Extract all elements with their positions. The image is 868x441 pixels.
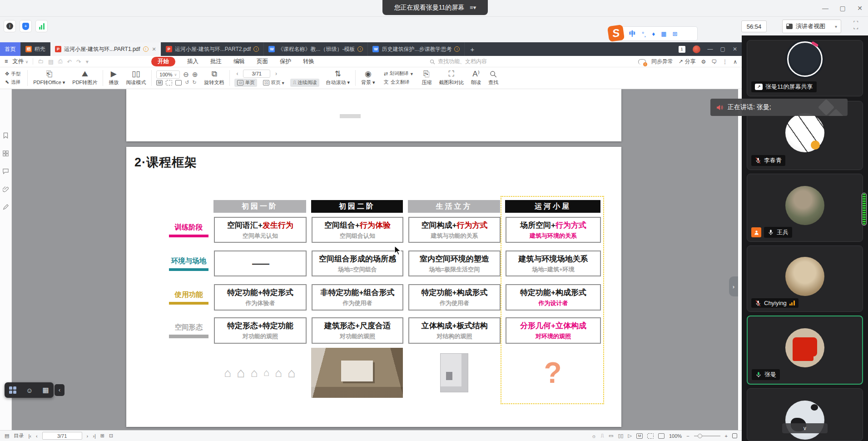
screenshot-compare-button[interactable]: ⛶截图和对比	[435, 67, 467, 89]
double-page-icon[interactable]: ▯▯	[618, 433, 623, 439]
comment-icon[interactable]	[3, 168, 9, 174]
grid-icon[interactable]: ⊞	[672, 30, 677, 37]
prev-page-button[interactable]: ‹	[36, 433, 38, 439]
read-mode-button[interactable]: ▯▯阅读模式	[122, 67, 149, 89]
collapse-ribbon-icon[interactable]: ∧	[733, 59, 737, 65]
voice-icon[interactable]: ♦	[652, 30, 655, 37]
close-button[interactable]: ✕	[856, 5, 863, 12]
undo-icon[interactable]: ↶	[67, 58, 72, 65]
last-page-button[interactable]: ›|	[93, 433, 96, 439]
file-menu[interactable]: 文件 ∨	[12, 58, 28, 65]
full-translate-button[interactable]: 文全文翻译	[382, 78, 416, 86]
document-area[interactable]: 2·课程框架 初园一阶 初园二阶 生活立方 运河小屋 训练阶段 空间语汇+发生行…	[12, 89, 738, 441]
prev-page-button[interactable]: ‹	[234, 70, 240, 77]
menu-start[interactable]: 开始	[151, 57, 175, 66]
rotate-doc-button[interactable]: ⧉旋转文档	[200, 67, 228, 89]
thumbnail-icon[interactable]	[3, 150, 9, 156]
zoom-select[interactable]: 100% ∨	[156, 70, 180, 79]
sidebar-scrollbar[interactable]	[862, 193, 867, 226]
menu-insert[interactable]: 插入	[187, 58, 198, 65]
banner-menu-icon[interactable]: ≡▾	[470, 4, 476, 11]
find-button[interactable]: 查找	[485, 67, 502, 89]
toc-icon[interactable]: ▤	[5, 433, 9, 439]
rotate-left-icon[interactable]: ↺	[185, 80, 189, 85]
save-icon[interactable]: ▤	[48, 58, 54, 65]
hand-tool-button[interactable]: ✥手型	[3, 70, 23, 78]
page-indicator-input[interactable]: 3/71	[42, 432, 82, 440]
video-tile-active-speaker[interactable]: 张曼	[747, 316, 863, 385]
maximize-button[interactable]: ▢	[839, 5, 846, 12]
fit-width-icon[interactable]: M	[156, 80, 163, 85]
tab-home[interactable]: 首页	[0, 42, 21, 56]
shield-icon[interactable]: +	[20, 20, 32, 32]
more-chevron-icon[interactable]: ▾	[86, 58, 89, 65]
zoom-out-button[interactable]: −	[686, 433, 689, 439]
menu-edit[interactable]: 编辑	[233, 58, 245, 65]
ime-toolbar[interactable]: S 中 °¸ ♦ ▦ ⊞	[610, 26, 698, 41]
crop-icon[interactable]	[647, 433, 654, 439]
search-input[interactable]: 查找功能、文档内容	[430, 58, 487, 65]
next-page-button[interactable]: ›	[273, 70, 279, 77]
open-icon[interactable]: 🗀	[38, 58, 44, 65]
single-page-icon[interactable]: ▭	[609, 433, 613, 439]
tab-pdf-part2[interactable]: P 运河小屋-建筑与环...PART2.pdf !	[161, 42, 264, 56]
apps-grid-icon[interactable]	[9, 386, 16, 394]
tab-doc-template[interactable]: W 《课程名称》教...（班级）-模板 !	[264, 42, 368, 56]
word-translate-button[interactable]: ⇄划词翻译 ▾	[382, 70, 416, 77]
new-tab-button[interactable]: +	[465, 42, 480, 56]
close-tab-icon[interactable]: ✕	[152, 46, 156, 52]
video-tile-participant[interactable]: 王兵	[747, 174, 863, 242]
zoom-in-button[interactable]: +	[725, 433, 728, 439]
auto-scroll-button[interactable]: ⇅自动滚动 ▾	[322, 67, 353, 89]
tab-pdf-part1[interactable]: P 运河小屋-建筑与环...PART1.pdf ! ✕	[50, 42, 161, 56]
crop-page-icon[interactable]	[166, 80, 172, 85]
region-icon[interactable]	[658, 433, 665, 439]
keyboard-icon[interactable]: ▦	[661, 30, 666, 37]
cloud-sync-icon[interactable]	[638, 59, 646, 65]
continuous-read-button[interactable]: ⎍连续阅读	[290, 79, 320, 87]
background-button[interactable]: ◉背景 ▾	[357, 67, 379, 89]
continuous-mode-icon[interactable]: ⎍	[600, 433, 604, 439]
wps-minimize-button[interactable]: —	[708, 46, 713, 52]
menu-page[interactable]: 页面	[257, 58, 268, 65]
wps-restore-button[interactable]: ▢	[720, 46, 725, 52]
read-aloud-button[interactable]: A⁾朗读	[467, 67, 485, 89]
zoom-slider-knob[interactable]	[698, 434, 702, 438]
pdf-to-office-button[interactable]: ⎗PDF转Office ▾	[30, 67, 69, 89]
menu-comment[interactable]: 批注	[210, 58, 222, 65]
keyboard-icon[interactable]: ▦	[42, 386, 49, 394]
ime-lang-label[interactable]: 中	[629, 30, 636, 38]
zoom-out-icon[interactable]: ⊖	[183, 70, 189, 79]
collapse-pill-button[interactable]: ‹	[55, 384, 64, 396]
view-mode-selector[interactable]: 演讲者视图 ▾	[782, 20, 841, 33]
network-signal-icon[interactable]	[35, 20, 48, 32]
pdf-to-image-button[interactable]: ⛰PDF转图片	[69, 67, 101, 89]
mic-icon[interactable]: °¸	[642, 30, 646, 37]
page-indicator-input[interactable]: 3/71	[243, 70, 270, 78]
wps-close-button[interactable]: ✕	[733, 46, 737, 52]
scrollbar-thumb[interactable]	[863, 194, 866, 225]
crop-region-icon[interactable]	[175, 80, 182, 85]
comment-nav-icon[interactable]: ⊞	[100, 433, 104, 439]
brightness-icon[interactable]: ☼	[591, 433, 596, 439]
bookmark-icon[interactable]	[3, 132, 9, 139]
menu-convert[interactable]: 转换	[303, 58, 314, 65]
single-page-button[interactable]: ▭单页	[234, 79, 257, 87]
redo-icon[interactable]: ↷	[76, 58, 81, 65]
share-button[interactable]: ↗ 分享	[679, 58, 695, 65]
print-icon[interactable]: ⎙	[58, 58, 63, 65]
scroll-down-button[interactable]: ∨	[782, 423, 828, 433]
info-icon[interactable]: i	[4, 20, 16, 32]
comment-bubble-icon[interactable]: 🗨	[711, 59, 717, 65]
video-tile-participant[interactable]: Chyiying	[747, 246, 863, 312]
gear-icon[interactable]: ⚙	[701, 59, 706, 65]
tab-docer[interactable]: 稻稻壳	[21, 42, 50, 56]
minimize-button[interactable]: —	[822, 5, 829, 12]
fullscreen-icon[interactable]	[732, 433, 737, 438]
hamburger-icon[interactable]: ≡	[5, 58, 8, 65]
account-avatar[interactable]	[693, 45, 700, 53]
kebab-menu-icon[interactable]: ⋮	[722, 59, 728, 65]
select-tool-button[interactable]: ⬉选择	[3, 79, 23, 86]
edit-icon[interactable]	[3, 204, 9, 210]
attachment-icon[interactable]	[3, 186, 9, 192]
